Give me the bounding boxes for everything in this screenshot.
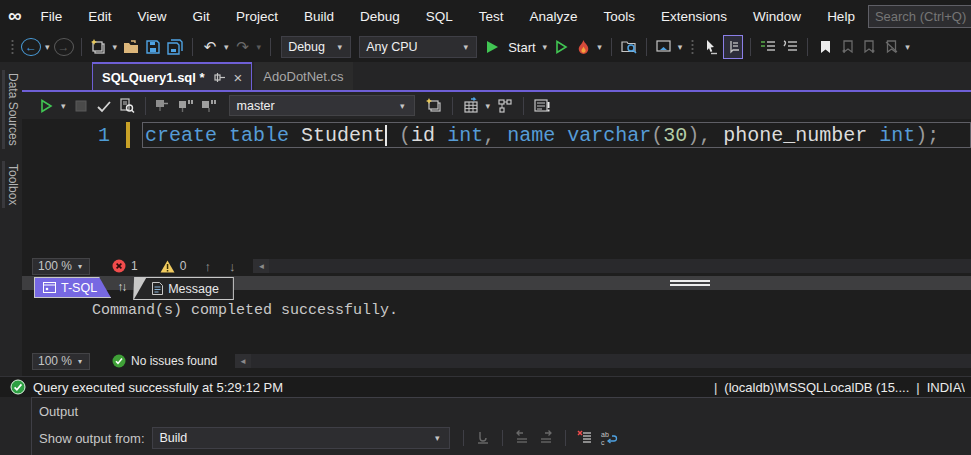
splitter-handle-icon[interactable] — [670, 280, 710, 286]
decrease-indent-icon[interactable] — [758, 35, 778, 59]
undo-dropdown-caret[interactable]: ▾ — [222, 42, 231, 52]
menu-item-file[interactable]: File — [28, 4, 76, 29]
line-number: 1 — [22, 124, 110, 147]
sidebar-item-toolbox[interactable]: Toolbox — [2, 161, 21, 208]
execute-options-caret[interactable]: ▾ — [59, 101, 68, 111]
svg-text:c: c — [601, 439, 605, 446]
results-to-grid-icon[interactable] — [461, 94, 481, 118]
menu-item-view[interactable]: View — [125, 4, 180, 29]
next-message-icon[interactable] — [536, 426, 556, 450]
stop-query-icon[interactable] — [71, 94, 91, 118]
start-dropdown-caret[interactable]: ▾ — [541, 42, 550, 52]
save-icon[interactable] — [143, 35, 163, 59]
undo-icon[interactable]: ↶ — [200, 35, 220, 59]
navigate-forward-icon[interactable]: → — [54, 38, 74, 56]
bookmark-next-icon[interactable] — [859, 35, 879, 59]
clear-all-icon[interactable] — [575, 426, 595, 450]
bookmark-clear-icon[interactable] — [881, 35, 901, 59]
code-analysis-icon[interactable] — [117, 94, 137, 118]
menu-item-help[interactable]: Help — [814, 4, 868, 29]
start-debug-icon[interactable] — [482, 35, 502, 59]
output-source-dropdown[interactable]: Build ▾ — [152, 427, 450, 449]
next-issue-icon[interactable]: ↓ — [229, 259, 236, 274]
navigate-back-icon[interactable]: ← — [21, 38, 41, 56]
increase-indent-icon[interactable] — [780, 35, 800, 59]
results-horizontal-scrollbar[interactable]: ◄ — [235, 354, 971, 368]
tab-sqlquery1[interactable]: SQLQuery1.sql * × — [92, 62, 252, 90]
menu-item-git[interactable]: Git — [180, 4, 223, 29]
menu-item-tools[interactable]: Tools — [591, 4, 649, 29]
hot-reload-dropdown-caret[interactable]: ▾ — [595, 42, 604, 52]
database-dropdown[interactable]: master ▾ — [229, 95, 415, 116]
previous-message-icon[interactable] — [512, 426, 532, 450]
new-query-icon[interactable] — [424, 94, 444, 118]
menu-item-edit[interactable]: Edit — [75, 4, 124, 29]
change-connection-icon[interactable] — [200, 94, 220, 118]
code-editor[interactable]: 1 create table Student (id int, name var… — [22, 119, 971, 256]
issues-text: No issues found — [131, 354, 217, 368]
new-project-dropdown-caret[interactable]: ▾ — [111, 42, 120, 52]
solution-platform-dropdown[interactable]: Any CPU ▾ — [359, 36, 477, 58]
menu-item-extensions[interactable]: Extensions — [648, 4, 740, 29]
start-button-label[interactable]: Start — [508, 40, 535, 55]
bookmark-previous-icon[interactable] — [837, 35, 857, 59]
solution-explorer-dropdown-caret[interactable]: ▾ — [676, 42, 685, 52]
word-wrap-icon[interactable]: abc — [599, 426, 619, 450]
query-options-icon[interactable] — [532, 94, 552, 118]
menu-item-analyze[interactable]: Analyze — [517, 4, 591, 29]
previous-issue-icon[interactable]: ↑ — [204, 259, 211, 274]
connect-icon[interactable] — [154, 94, 174, 118]
menu-item-debug[interactable]: Debug — [347, 4, 413, 29]
search-box[interactable] — [868, 5, 971, 28]
menu-item-sql[interactable]: SQL — [413, 4, 466, 29]
error-count: 1 — [131, 259, 138, 273]
results-zoom-dropdown[interactable]: 100 % ▾ — [32, 353, 90, 370]
parse-query-icon[interactable] — [94, 94, 114, 118]
document-outline-icon[interactable] — [723, 35, 743, 59]
menu-item-test[interactable]: Test — [466, 4, 517, 29]
execution-plan-icon[interactable] — [495, 94, 515, 118]
close-icon[interactable]: × — [234, 69, 243, 86]
new-project-icon[interactable] — [89, 35, 109, 59]
start-without-debugging-icon[interactable] — [551, 35, 571, 59]
status-separator: | — [916, 380, 919, 395]
tab-adodotnet[interactable]: AdoDotNet.cs — [254, 62, 352, 90]
scroll-left-icon[interactable]: ◄ — [235, 354, 251, 368]
search-input[interactable] — [875, 9, 971, 24]
editor-horizontal-scrollbar[interactable]: ◄ — [253, 259, 971, 273]
disconnect-icon[interactable] — [177, 94, 197, 118]
sidebar-item-data-sources[interactable]: Data Sources — [2, 70, 21, 149]
open-file-icon[interactable] — [121, 35, 141, 59]
connection-status[interactable]: | (localdb)\MSSQLLocalDB (15.... | INDIA… — [707, 380, 965, 395]
pin-icon[interactable] — [213, 71, 226, 84]
toolbar-overflow-caret[interactable]: ▾ — [903, 42, 912, 52]
toolbar-grip[interactable] — [10, 39, 15, 55]
tab-tsql[interactable]: T-SQL — [34, 277, 111, 298]
save-all-icon[interactable] — [165, 35, 185, 59]
solution-configuration-dropdown[interactable]: Debug ▾ — [281, 36, 351, 58]
solution-explorer-home-icon[interactable] — [654, 35, 674, 59]
editor-zoom-dropdown[interactable]: 100 % ▾ — [32, 258, 90, 275]
goto-message-icon[interactable] — [473, 426, 493, 450]
sql-editor-toolbar: ▾ — [22, 92, 971, 119]
sql-statement-line[interactable]: create table Student (id int, name varch… — [142, 122, 971, 148]
scroll-left-icon[interactable]: ◄ — [253, 259, 269, 273]
bookmark-toggle-icon[interactable] — [815, 35, 835, 59]
execute-query-icon[interactable] — [36, 94, 56, 118]
menu-item-build[interactable]: Build — [291, 4, 347, 29]
error-indicator[interactable]: 1 — [112, 259, 138, 273]
toolbar-grip[interactable] — [690, 39, 695, 55]
find-in-files-icon[interactable] — [619, 35, 639, 59]
select-pointer-icon[interactable] — [701, 35, 721, 59]
menu-item-window[interactable]: Window — [740, 4, 814, 29]
sort-icon[interactable]: ↑↓ — [117, 280, 125, 294]
hot-reload-icon[interactable] — [573, 35, 593, 59]
redo-dropdown-caret[interactable]: ▾ — [255, 42, 264, 52]
warning-indicator[interactable]: 0 — [160, 259, 187, 273]
results-options-caret[interactable]: ▾ — [484, 101, 493, 111]
navigate-back-dropdown-caret[interactable]: ▾ — [43, 42, 52, 52]
redo-icon[interactable]: ↷ — [233, 35, 253, 59]
menu-item-project[interactable]: Project — [223, 4, 291, 29]
tab-message-border[interactable]: Message — [133, 277, 234, 300]
tab-message[interactable]: Message — [134, 278, 233, 299]
